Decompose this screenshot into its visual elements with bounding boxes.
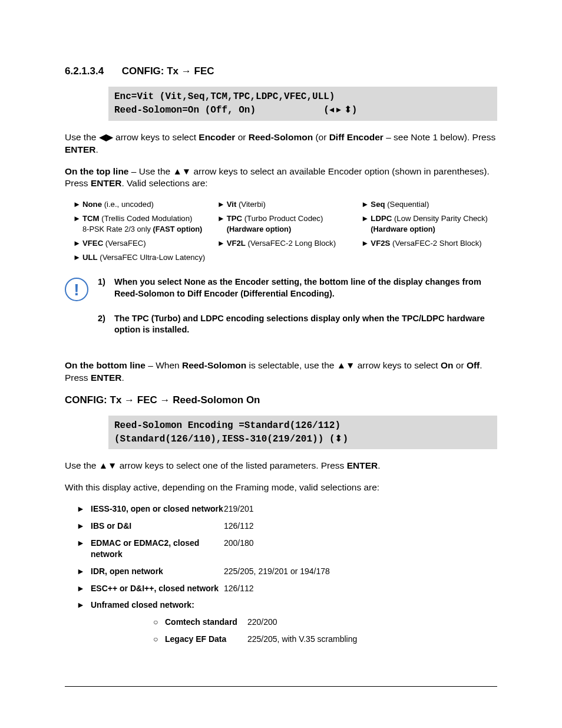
encoder-item: ► ULL (VersaFEC Ultra-Low Latency): [73, 252, 209, 263]
encoder-item: ► Vit (Viterbi): [217, 199, 353, 210]
encoder-item: ► Seq (Sequential): [361, 199, 497, 210]
paragraph-select-encoder: Use the ◀▶ arrow keys to select Encoder …: [65, 131, 497, 156]
section-heading: 6.2.1.3.4 CONFIG: Tx → FEC: [65, 65, 497, 78]
bullet-icon: ►: [217, 199, 227, 210]
display-box-rs: Reed-Solomon Encoding =Standard(126/112)…: [108, 416, 497, 450]
up-down-arrows-icon: ▲▼: [99, 460, 117, 470]
encoder-item: ► TPC (Turbo Product Codec)(Hardware opt…: [217, 213, 353, 235]
encoder-column-3: ► Seq (Sequential) ► LDPC (Low Density P…: [361, 199, 497, 266]
sub-heading-rs-on: CONFIG: Tx → FEC → Reed-Solomon On: [65, 394, 497, 407]
encoder-options-grid: ► None (i.e., uncoded) ► TCM (Trellis Co…: [73, 199, 497, 266]
bullet-icon: ►: [73, 199, 82, 210]
table-row: ○ Legacy EF Data 225/205, with V.35 scra…: [153, 634, 497, 645]
code-line-1: Enc=Vit (Vit,Seq,TCM,TPC,LDPC,VFEC,ULL): [114, 90, 491, 103]
bullet-icon: ►: [73, 238, 82, 249]
document-page: 6.2.1.3.4 CONFIG: Tx → FEC Enc=Vit (Vit,…: [0, 0, 562, 728]
display-box-fec: Enc=Vit (Vit,Seq,TCM,TPC,LDPC,VFEC,ULL) …: [108, 87, 497, 121]
bullet-icon: ►: [77, 599, 91, 611]
table-row: ► Unframed closed network:: [77, 599, 497, 611]
paragraph-valid-selections: With this display active, depending on t…: [65, 482, 497, 494]
bullet-icon: ►: [217, 213, 227, 224]
info-notes-list: 1) When you select None as the Encoder s…: [98, 276, 497, 348]
encoder-item: ► LDPC (Low Density Parity Check) (Hardw…: [361, 213, 497, 235]
info-notes-block: ! 1) When you select None as the Encoder…: [65, 276, 497, 348]
section-title: CONFIG: Tx → FEC: [122, 65, 214, 77]
table-row: ○ Comtech standard 220/200: [153, 617, 497, 628]
encoder-item: ► VF2L (VersaFEC-2 Long Block): [217, 238, 353, 249]
table-row: ► EDMAC or EDMAC2, closed network 200/18…: [77, 538, 497, 560]
section-number: 6.2.1.3.4: [65, 65, 119, 78]
footer-rule: [65, 686, 497, 687]
bullet-icon: ►: [77, 538, 91, 560]
code-line-2: Reed-Solomon=On (Off, On) (◂ ▸ ⬍): [114, 103, 491, 117]
info-note: 2) The TPC (Turbo) and LDPC encoding sel…: [98, 313, 497, 336]
table-row: ► ESC++ or D&I++, closed network 126/112: [77, 583, 497, 594]
encoder-column-1: ► None (i.e., uncoded) ► TCM (Trellis Co…: [73, 199, 209, 266]
up-down-arrows-icon: ▲▼: [173, 166, 191, 176]
paragraph-top-line: On the top line – Use the ▲▼ arrow keys …: [65, 166, 497, 190]
bullet-icon: ►: [77, 521, 91, 532]
encoder-item: ► None (i.e., uncoded): [73, 199, 209, 210]
bullet-icon: ►: [77, 503, 91, 515]
bullet-icon: ►: [361, 199, 371, 210]
bullet-icon: ►: [77, 566, 91, 577]
rs-selection-table: ► IESS-310, open or closed network 219/2…: [77, 503, 497, 645]
bullet-icon: ►: [361, 213, 371, 224]
bullet-icon: ►: [73, 252, 82, 263]
left-right-arrows-icon: ◀▶: [99, 132, 113, 142]
table-row: ► IBS or D&I 126/112: [77, 521, 497, 532]
bullet-icon: ►: [217, 238, 227, 249]
paragraph-bottom-line: On the bottom line – When Reed-Solomon i…: [65, 360, 497, 384]
table-row: ► IESS-310, open or closed network 219/2…: [77, 503, 497, 515]
up-down-arrows-icon: ▲▼: [337, 360, 355, 370]
hollow-bullet-icon: ○: [153, 634, 165, 645]
bullet-icon: ►: [77, 583, 91, 594]
encoder-item: ► VFEC (VersaFEC): [73, 238, 209, 249]
bullet-icon: ►: [361, 238, 371, 249]
up-down-nav-icon: ⬍: [335, 433, 342, 443]
encoder-item: ► TCM (Trellis Coded Modulation)8-PSK Ra…: [73, 213, 209, 235]
table-row: ► IDR, open network 225/205, 219/201 or …: [77, 566, 497, 577]
encoder-column-2: ► Vit (Viterbi) ► TPC (Turbo Product Cod…: [217, 199, 353, 266]
encoder-item: ► VF2S (VersaFEC-2 Short Block): [361, 238, 497, 249]
bullet-icon: ►: [73, 213, 82, 224]
info-icon: !: [65, 278, 88, 301]
rs-sub-table: ○ Comtech standard 220/200 ○ Legacy EF D…: [153, 617, 497, 645]
paragraph-select-param: Use the ▲▼ arrow keys to select one of t…: [65, 460, 497, 472]
info-note: 1) When you select None as the Encoder s…: [98, 276, 497, 299]
hollow-bullet-icon: ○: [153, 617, 165, 628]
code-line-2: (Standard(126/110),IESS-310(219/201)) (⬍…: [114, 432, 491, 446]
nav-arrows-icon: ◂ ▸ ⬍: [329, 104, 352, 114]
code-line-1: Reed-Solomon Encoding =Standard(126/112): [114, 419, 491, 432]
